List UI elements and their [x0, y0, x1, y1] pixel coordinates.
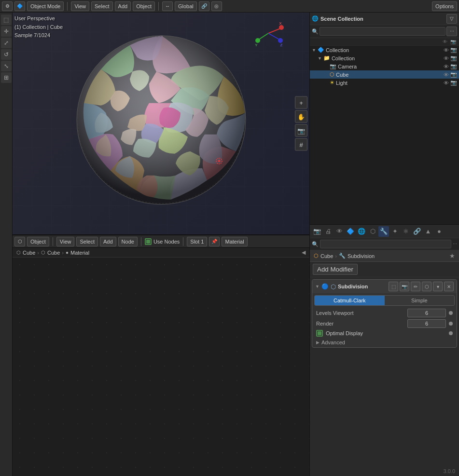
render-value[interactable]: 6: [407, 319, 446, 328]
add-menu[interactable]: Add: [115, 1, 131, 11]
move-icon[interactable]: ⤢: [1, 38, 12, 48]
select-box-icon[interactable]: ⬚: [1, 14, 12, 25]
props-object-icon[interactable]: ⬡: [367, 226, 378, 237]
scene-filter-icon[interactable]: ▽: [446, 14, 457, 24]
mod-collapse-arrow[interactable]: ▼: [315, 284, 320, 289]
scene-tree: ▼ 🔷 Collection 👁 📷 ▼ 📁 Collection 👁 📷: [310, 46, 459, 224]
tree-collection[interactable]: ▼ 📁 Collection 👁 📷: [310, 54, 459, 62]
hand-icon[interactable]: ✋: [295, 110, 307, 123]
add-modifier-button[interactable]: Add Modifier: [313, 264, 358, 275]
cube-name: Cube: [336, 72, 442, 78]
cube-cam[interactable]: 📷: [450, 71, 457, 78]
ne-select-menu[interactable]: Select: [76, 237, 98, 246]
ne-object-menu[interactable]: Object: [27, 237, 49, 246]
props-particles-icon[interactable]: ✦: [389, 226, 400, 237]
mod-cage-icon[interactable]: ⬡: [422, 282, 431, 291]
ne-node-menu[interactable]: Node: [118, 237, 138, 246]
light-eye[interactable]: 👁: [444, 80, 449, 86]
viewport-3d[interactable]: User Perspective (1) Collection | Cube S…: [13, 13, 309, 235]
select-menu[interactable]: Select: [91, 1, 113, 11]
snap-icon[interactable]: 🔗: [199, 1, 209, 11]
props-world-icon[interactable]: 🌐: [356, 226, 367, 237]
light-cam[interactable]: 📷: [450, 80, 457, 86]
proportional-icon[interactable]: ◎: [211, 1, 222, 11]
props-material-icon[interactable]: ●: [434, 226, 445, 237]
ne-pin-icon[interactable]: 📌: [209, 237, 220, 246]
ne-add-menu[interactable]: Add: [100, 237, 116, 246]
props-search-input[interactable]: [320, 240, 451, 248]
props-physics-icon[interactable]: ⚛: [401, 226, 411, 237]
tree-cube[interactable]: ⬡ Cube 👁 📷: [310, 70, 459, 79]
rotate-icon[interactable]: ↺: [1, 49, 12, 60]
camera-view-icon[interactable]: 📷: [295, 124, 307, 137]
zoom-in-icon[interactable]: +: [295, 96, 307, 109]
node-editor-canvas[interactable]: Voronoi Texture Distance Color: [13, 258, 309, 476]
mod-edit-icon[interactable]: ✏: [411, 282, 420, 291]
scene-cam-icon[interactable]: 📷: [450, 47, 457, 53]
props-output-icon[interactable]: 🖨: [323, 226, 334, 237]
version-badge: 3.0.0: [444, 468, 455, 474]
cursor-icon[interactable]: ✛: [1, 26, 12, 37]
mod-realtime-icon[interactable]: ⬚: [389, 282, 398, 291]
slot-dropdown[interactable]: Slot 1: [187, 237, 207, 246]
object-menu[interactable]: Object: [133, 1, 155, 11]
grid-icon[interactable]: #: [295, 138, 307, 151]
mod-x-btn[interactable]: ✕: [444, 282, 454, 291]
transform-icon[interactable]: ↔: [162, 1, 173, 11]
collection-eye[interactable]: 👁: [444, 55, 449, 61]
ne-collapse-btn[interactable]: ◀: [302, 249, 306, 256]
optimal-display-checkbox[interactable]: [316, 330, 323, 337]
camera-eye[interactable]: 👁: [444, 64, 449, 69]
transform-icon[interactable]: ⊞: [1, 72, 12, 83]
object-mode-dropdown[interactable]: Object Mode: [27, 1, 64, 11]
props-modifier-icon[interactable]: 🔧: [378, 226, 389, 237]
camera-icon: 📷: [330, 63, 336, 69]
scene-collection-title: Scene Collection: [320, 16, 445, 22]
advanced-row[interactable]: ▶ Advanced: [312, 338, 457, 347]
catmull-clark-btn[interactable]: Catmull-Clark: [315, 296, 385, 305]
tree-light[interactable]: ☀ Light 👁 📷: [310, 79, 459, 87]
cube-icon: ⬡: [330, 71, 334, 78]
ne-mode-icon[interactable]: ⬡: [14, 237, 25, 246]
cube-eye[interactable]: 👁: [444, 72, 449, 78]
props-pin-icon[interactable]: ★: [449, 252, 455, 259]
tree-camera[interactable]: 📷 Camera 👁 📷: [310, 62, 459, 70]
collection-cam[interactable]: 📷: [450, 55, 457, 61]
material-label[interactable]: Material: [222, 237, 247, 246]
mod-options-row: ⬚ 📷 ✏ ⬡ ▾ ✕: [389, 282, 454, 291]
props-search-options[interactable]: ⋯: [453, 242, 457, 246]
svg-line-11: [259, 33, 268, 40]
collection-name: Collection: [332, 55, 442, 61]
props-data-icon[interactable]: ▲: [423, 226, 433, 237]
scene-options-icon[interactable]: ⋯: [446, 27, 457, 36]
tree-scene-collection[interactable]: ▼ 🔷 Collection 👁 📷: [310, 46, 459, 54]
props-scene-icon[interactable]: 🔷: [345, 226, 356, 237]
props-render-icon[interactable]: 📷: [312, 226, 322, 237]
scene-search-input[interactable]: [320, 27, 445, 36]
svg-line-10: [268, 33, 279, 40]
view-menu[interactable]: View: [71, 1, 89, 11]
tree-arrow-scene: ▼: [312, 48, 316, 53]
blender-menu-icon[interactable]: ⚙: [2, 1, 13, 11]
levels-viewport-value[interactable]: 6: [407, 309, 446, 317]
global-dropdown[interactable]: Global: [175, 1, 197, 11]
ne-sep1: [53, 237, 53, 246]
simple-btn[interactable]: Simple: [385, 296, 455, 305]
object-mode-icon[interactable]: 🔷: [14, 1, 25, 11]
svg-text:Y: Y: [255, 43, 258, 47]
separator-1: [67, 2, 68, 11]
options-btn[interactable]: Options: [432, 1, 457, 11]
viewport-gizmo[interactable]: X Z Y: [251, 16, 285, 50]
props-view-layer-icon[interactable]: 👁: [334, 226, 345, 237]
mod-render-icon[interactable]: 📷: [400, 282, 409, 291]
ne-view-menu[interactable]: View: [56, 237, 75, 246]
props-cube-label: Cube: [320, 253, 333, 259]
use-nodes-checkbox[interactable]: [145, 238, 152, 245]
props-constraints-icon[interactable]: 🔗: [412, 226, 422, 237]
scene-eye-icon[interactable]: 👁: [444, 47, 449, 53]
camera-cam[interactable]: 📷: [450, 63, 457, 69]
scale-icon[interactable]: ⤡: [1, 61, 12, 71]
props-search-icon: 🔍: [312, 241, 319, 247]
mod-down-arrow[interactable]: ▾: [433, 282, 443, 291]
svg-point-12: [279, 25, 284, 30]
